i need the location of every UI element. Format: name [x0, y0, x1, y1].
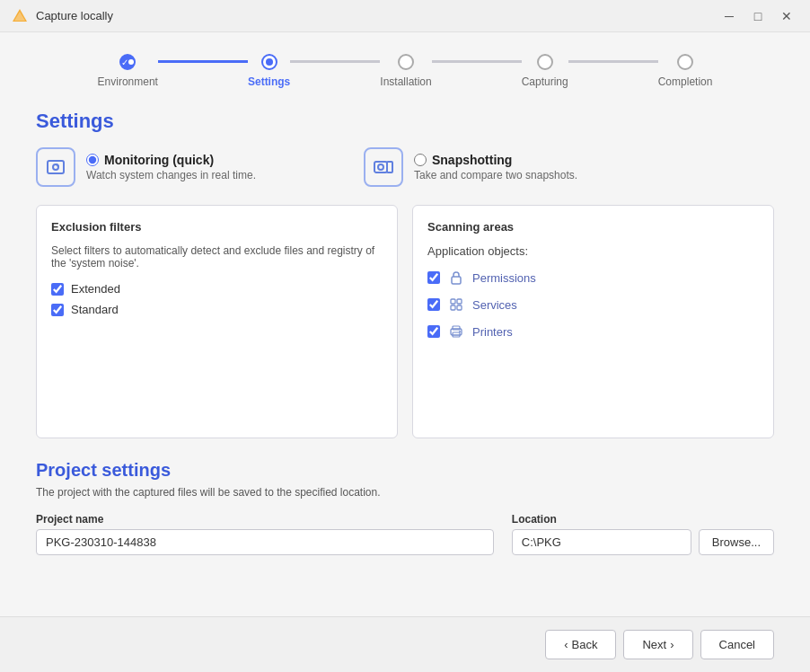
permissions-label: Permissions	[472, 271, 536, 285]
main-content: ✓ Environment Settings Installation Capt…	[0, 32, 810, 616]
title-bar: Capture locally ─ □ ✕	[0, 0, 810, 32]
svg-rect-8	[451, 299, 455, 304]
browse-button[interactable]: Browse...	[699, 529, 774, 555]
project-form-row: Project name Location Browse...	[36, 513, 774, 555]
project-settings-title: Project settings	[36, 460, 774, 481]
svg-point-15	[459, 331, 461, 332]
exclusion-filters-desc: Select filters to automatically detect a…	[51, 244, 383, 270]
back-button[interactable]: ‹ Back	[545, 630, 616, 659]
svg-point-5	[378, 164, 383, 170]
window-controls: ─ □ ✕	[717, 6, 799, 26]
svg-rect-9	[457, 299, 462, 304]
monitoring-radio-row: Monitoring (quick)	[86, 153, 256, 167]
app-title: Capture locally	[36, 9, 717, 22]
monitoring-icon	[36, 147, 75, 187]
monitoring-desc: Watch system changes in real time.	[86, 169, 256, 181]
svg-rect-11	[457, 305, 462, 310]
project-name-group: Project name	[36, 513, 494, 555]
standard-checkbox[interactable]	[51, 304, 64, 316]
step-label-environment: Environment	[98, 75, 158, 88]
settings-title: Settings	[36, 110, 774, 133]
next-label: Next	[642, 638, 666, 651]
printers-row[interactable]: Printers	[427, 323, 759, 340]
next-button[interactable]: Next ›	[623, 630, 692, 659]
svg-rect-2	[48, 161, 64, 173]
services-icon	[447, 296, 465, 314]
snapshotting-name: Snapshotting	[432, 153, 512, 167]
back-chevron-icon: ‹	[564, 638, 568, 651]
permissions-row[interactable]: Permissions	[427, 269, 759, 287]
snapshotting-icon	[364, 147, 403, 187]
location-group: Location Browse...	[512, 513, 774, 555]
snapshotting-radio[interactable]	[414, 154, 427, 166]
footer: ‹ Back Next › Cancel	[0, 616, 810, 672]
location-input[interactable]	[512, 529, 691, 555]
permissions-checkbox[interactable]	[427, 271, 440, 284]
scanning-areas-title: Scanning areas	[427, 220, 759, 234]
panels-row: Exclusion filters Select filters to auto…	[36, 205, 774, 438]
step-completion: Completion	[658, 54, 713, 88]
printers-icon	[447, 323, 465, 340]
svg-rect-4	[374, 162, 387, 172]
services-checkbox[interactable]	[427, 298, 440, 311]
step-circle-environment: ✓	[119, 54, 136, 70]
printers-checkbox[interactable]	[427, 325, 440, 338]
app-objects-title: Application objects:	[427, 244, 759, 258]
location-row: Browse...	[512, 529, 774, 555]
step-line-3	[432, 60, 522, 63]
svg-rect-7	[452, 277, 461, 284]
step-label-installation: Installation	[380, 75, 431, 88]
project-settings-desc: The project with the captured files will…	[36, 486, 774, 499]
monitoring-name: Monitoring (quick)	[104, 153, 214, 167]
step-line-2	[290, 60, 380, 63]
cancel-button[interactable]: Cancel	[700, 630, 774, 659]
extended-label: Extended	[71, 282, 120, 296]
step-line-4	[568, 60, 658, 63]
mode-selection: Monitoring (quick) Watch system changes …	[36, 147, 774, 187]
step-environment: ✓ Environment	[98, 54, 158, 88]
step-label-completion: Completion	[658, 75, 713, 88]
monitoring-label: Monitoring (quick) Watch system changes …	[86, 153, 256, 181]
location-label: Location	[512, 513, 774, 526]
extended-checkbox[interactable]	[51, 283, 64, 296]
printers-label: Printers	[472, 325, 513, 339]
checkbox-extended[interactable]: Extended	[51, 282, 383, 296]
scanning-areas-panel: Scanning areas Application objects: Perm…	[412, 205, 774, 438]
step-circle-installation	[398, 54, 414, 70]
snapshotting-desc: Take and compare two snapshots.	[414, 169, 577, 181]
checkbox-standard[interactable]: Standard	[51, 303, 383, 316]
step-circle-completion	[677, 54, 693, 70]
mode-monitoring[interactable]: Monitoring (quick) Watch system changes …	[36, 147, 256, 187]
minimize-button[interactable]: ─	[717, 6, 742, 26]
step-label-settings: Settings	[248, 75, 290, 88]
services-label: Services	[472, 298, 517, 312]
step-circle-capturing	[537, 54, 553, 70]
snapshotting-radio-row: Snapshotting	[414, 153, 577, 167]
step-installation: Installation	[380, 54, 431, 88]
permissions-icon	[447, 269, 465, 287]
maximize-button[interactable]: □	[745, 6, 770, 26]
back-label: Back	[572, 638, 598, 651]
services-row[interactable]: Services	[427, 296, 759, 314]
monitoring-radio[interactable]	[86, 154, 99, 166]
step-label-capturing: Capturing	[522, 75, 568, 88]
standard-label: Standard	[71, 303, 119, 316]
exclusion-filters-panel: Exclusion filters Select filters to auto…	[36, 205, 398, 438]
project-name-label: Project name	[36, 513, 494, 526]
mode-snapshotting[interactable]: Snapshotting Take and compare two snapsh…	[364, 147, 577, 187]
next-chevron-icon: ›	[670, 638, 674, 651]
wizard-steps: ✓ Environment Settings Installation Capt…	[36, 50, 774, 88]
svg-rect-6	[387, 162, 392, 172]
snapshotting-label: Snapshotting Take and compare two snapsh…	[414, 153, 577, 181]
app-logo	[11, 7, 29, 25]
project-name-input[interactable]	[36, 529, 494, 555]
step-settings: Settings	[248, 54, 290, 88]
cancel-label: Cancel	[719, 638, 755, 651]
close-button[interactable]: ✕	[774, 6, 799, 26]
step-circle-settings	[261, 54, 277, 70]
step-line-1	[158, 60, 248, 63]
svg-rect-10	[451, 305, 455, 310]
step-capturing: Capturing	[522, 54, 568, 88]
exclusion-filters-title: Exclusion filters	[51, 220, 383, 234]
